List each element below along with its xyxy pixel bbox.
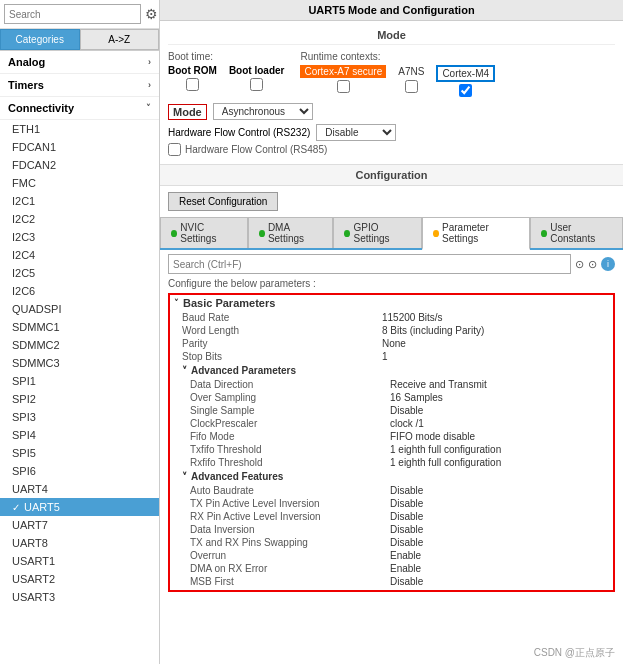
- tab-parameter-settings[interactable]: Parameter Settings: [422, 217, 530, 250]
- param-value: Receive and Transmit: [390, 379, 487, 390]
- nvic-dot: [171, 230, 177, 237]
- sidebar-item-spi5[interactable]: SPI5: [0, 444, 159, 462]
- advanced-features-header[interactable]: ˅ Advanced Features: [182, 469, 609, 484]
- sidebar-item-usart3[interactable]: USART3: [0, 588, 159, 606]
- sidebar-top: ⚙: [0, 0, 159, 29]
- sidebar-item-usart2[interactable]: USART2: [0, 570, 159, 588]
- sidebar-item-uart8[interactable]: UART8: [0, 534, 159, 552]
- sidebar-item-spi6[interactable]: SPI6: [0, 462, 159, 480]
- sidebar-item-uart4[interactable]: UART4: [0, 480, 159, 498]
- sidebar-item-uart5[interactable]: ✓ UART5: [0, 498, 159, 516]
- hw-flow-rs485-checkbox[interactable]: [168, 143, 181, 156]
- hw-flow-rs485-label: Hardware Flow Control (RS485): [185, 144, 327, 155]
- param-name: ClockPrescaler: [190, 418, 390, 429]
- sidebar-item-fmc[interactable]: FMC: [0, 174, 159, 192]
- param-search-input[interactable]: [168, 254, 571, 274]
- param-clock-prescaler: ClockPrescaler clock /1: [182, 417, 609, 430]
- basic-params-header[interactable]: ˅ Basic Parameters: [174, 297, 609, 309]
- sidebar-item-i2c5[interactable]: I2C5: [0, 264, 159, 282]
- ctx-a7secure-col: Cortex-A7 secure: [300, 65, 386, 93]
- param-dma-rx-error: DMA on RX Error Enable: [182, 562, 609, 575]
- tab-categories[interactable]: Categories: [0, 29, 80, 50]
- sidebar-item-spi4[interactable]: SPI4: [0, 426, 159, 444]
- boot-loader-checkbox[interactable]: [250, 78, 263, 91]
- ctx-a7secure-checkbox[interactable]: [337, 80, 350, 93]
- sidebar-search-input[interactable]: [4, 4, 141, 24]
- watermark: CSDN @正点原子: [534, 646, 615, 660]
- reset-config-button[interactable]: Reset Configuration: [168, 192, 278, 211]
- sidebar-item-i2c4[interactable]: I2C4: [0, 246, 159, 264]
- param-value: Enable: [390, 550, 421, 561]
- boot-rom-col: Boot ROM: [168, 65, 217, 91]
- next-icon[interactable]: ⊙: [588, 258, 597, 271]
- mode-select[interactable]: Asynchronous: [213, 103, 313, 120]
- sidebar-category-analog[interactable]: Analog ›: [0, 51, 159, 74]
- sidebar-item-eth1[interactable]: ETH1: [0, 120, 159, 138]
- check-icon: ✓: [12, 502, 20, 513]
- sidebar-item-fdcan1[interactable]: FDCAN1: [0, 138, 159, 156]
- config-label: Configuration: [160, 165, 623, 186]
- sidebar-item-i2c1[interactable]: I2C1: [0, 192, 159, 210]
- collapse-icon: ˅: [182, 365, 187, 376]
- mode-field-label: Mode: [168, 104, 207, 120]
- sidebar-item-spi2[interactable]: SPI2: [0, 390, 159, 408]
- param-tx-rx-swapping: TX and RX Pins Swapping Disable: [182, 536, 609, 549]
- ctx-m4-col: Cortex-M4: [436, 65, 495, 97]
- tab-a-to-z[interactable]: A->Z: [80, 29, 160, 50]
- sidebar-item-i2c2[interactable]: I2C2: [0, 210, 159, 228]
- sidebar-item-sdmmc1[interactable]: SDMMC1: [0, 318, 159, 336]
- ctx-a7ns-col: A7NS: [394, 65, 428, 93]
- advanced-features-group: ˅ Advanced Features Auto Baudrate Disabl…: [182, 469, 609, 588]
- basic-params-group: ˅ Basic Parameters Baud Rate 115200 Bits…: [168, 293, 615, 592]
- hw-flow-rs232-select[interactable]: Disable: [316, 124, 396, 141]
- param-auto-baudrate: Auto Baudrate Disable: [182, 484, 609, 497]
- sidebar-item-spi3[interactable]: SPI3: [0, 408, 159, 426]
- param-overrun: Overrun Enable: [182, 549, 609, 562]
- sidebar-item-sdmmc3[interactable]: SDMMC3: [0, 354, 159, 372]
- param-value: FIFO mode disable: [390, 431, 475, 442]
- tab-user-constants[interactable]: User Constants: [530, 217, 623, 248]
- sidebar-item-i2c6[interactable]: I2C6: [0, 282, 159, 300]
- mode-section: Mode Boot time: Boot ROM Boot loader Run…: [160, 21, 623, 165]
- boot-loader-col: Boot loader: [229, 65, 285, 91]
- chevron-down-icon: ˅: [146, 103, 151, 113]
- boot-time-label: Boot time:: [168, 51, 284, 62]
- sidebar-tabs: Categories A->Z: [0, 29, 159, 51]
- sidebar-item-usart1[interactable]: USART1: [0, 552, 159, 570]
- boot-rom-checkbox[interactable]: [186, 78, 199, 91]
- ctx-a7ns-checkbox[interactable]: [405, 80, 418, 93]
- advanced-params-header[interactable]: ˅ Advanced Parameters: [182, 363, 609, 378]
- sidebar-item-uart7[interactable]: UART7: [0, 516, 159, 534]
- tab-gpio-settings[interactable]: GPIO Settings: [333, 217, 422, 248]
- param-msb-first: MSB First Disable: [182, 575, 609, 588]
- sidebar-category-timers[interactable]: Timers ›: [0, 74, 159, 97]
- hw-flow-rs232-label: Hardware Flow Control (RS232): [168, 127, 310, 138]
- gpio-dot: [344, 230, 350, 237]
- sidebar-item-i2c3[interactable]: I2C3: [0, 228, 159, 246]
- param-value: Disable: [390, 405, 423, 416]
- collapse-icon: ˅: [174, 298, 179, 308]
- sidebar-item-sdmmc2[interactable]: SDMMC2: [0, 336, 159, 354]
- tab-dma-settings[interactable]: DMA Settings: [248, 217, 334, 248]
- sidebar-category-connectivity[interactable]: Connectivity ˅: [0, 97, 159, 120]
- param-name: Overrun: [190, 550, 390, 561]
- param-name: Rxfifo Threshold: [190, 457, 390, 468]
- ctx-m4-checkbox[interactable]: [459, 84, 472, 97]
- boot-loader-label: Boot loader: [229, 65, 285, 76]
- user-const-tab-label: User Constants: [550, 222, 612, 244]
- param-value: 8 Bits (including Parity): [382, 325, 484, 336]
- sidebar-item-spi1[interactable]: SPI1: [0, 372, 159, 390]
- sidebar-item-label: UART5: [24, 501, 60, 513]
- config-tabs: NVIC Settings DMA Settings GPIO Settings…: [160, 217, 623, 250]
- gpio-tab-label: GPIO Settings: [353, 222, 410, 244]
- tab-nvic-settings[interactable]: NVIC Settings: [160, 217, 248, 248]
- mode-label: Mode: [168, 29, 615, 45]
- info-icon[interactable]: i: [601, 257, 615, 271]
- sidebar-item-quadspi[interactable]: QUADSPI: [0, 300, 159, 318]
- boot-time-group: Boot time: Boot ROM Boot loader: [168, 51, 284, 91]
- prev-icon[interactable]: ⊙: [575, 258, 584, 271]
- param-name: DMA on RX Error: [190, 563, 390, 574]
- sidebar-item-fdcan2[interactable]: FDCAN2: [0, 156, 159, 174]
- gear-icon[interactable]: ⚙: [145, 6, 158, 22]
- param-value: 1: [382, 351, 388, 362]
